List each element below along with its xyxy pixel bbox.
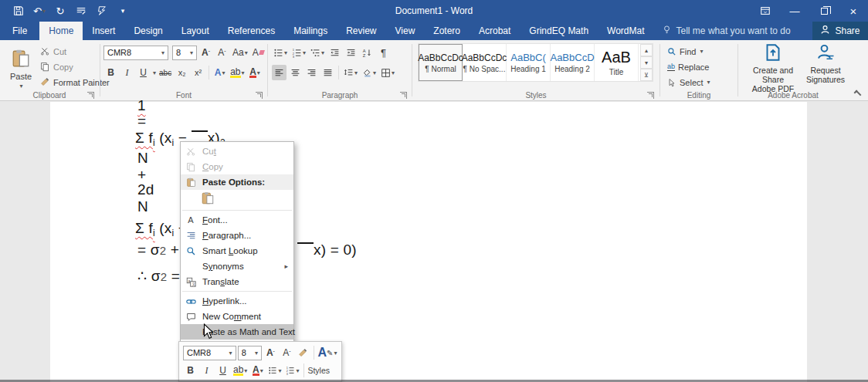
mini-styles-gallery-icon[interactable]: A✎▾ [317, 345, 337, 360]
minimize-icon[interactable]: — [780, 0, 809, 22]
menu-item-paragraph[interactable]: Paragraph... [181, 228, 293, 243]
mini-highlight-button[interactable]: ab▾ [232, 363, 249, 378]
menu-item-hyperlink[interactable]: Hyperlink... [181, 293, 293, 309]
undo-caret-icon[interactable]: ▾ [42, 8, 46, 15]
decrease-indent-button[interactable] [327, 45, 342, 60]
style-heading-2[interactable]: AaBbCcD Heading 2 [551, 44, 595, 81]
paragraph-dialog-launcher[interactable] [400, 92, 407, 99]
quick-action-icon[interactable] [96, 5, 108, 17]
find-button[interactable]: Find▾ [667, 45, 710, 58]
subscript-button[interactable]: x₂ [175, 65, 189, 80]
mini-font-name-combobox[interactable]: CMR8▾ [183, 346, 236, 360]
mini-italic-button[interactable]: I [199, 363, 214, 378]
menu-item-paste-as-math-and-text[interactable]: Paste as Math and Text [181, 324, 293, 340]
menu-item-smart-lookup[interactable]: Smart Lookup [181, 243, 293, 259]
tab-references[interactable]: References [219, 22, 284, 40]
bullets-button[interactable]: ▾ [272, 45, 289, 60]
align-right-button[interactable] [304, 65, 319, 80]
text-highlight-button[interactable]: ab▾ [229, 65, 246, 80]
menu-item-new-comment[interactable]: New Comment [181, 309, 293, 324]
mini-bullets-button[interactable]: ▾ [266, 363, 283, 378]
ribbon-display-options-icon[interactable] [751, 0, 780, 22]
line-spacing-button[interactable]: ▾ [342, 65, 359, 80]
grow-font-button[interactable]: Aˆ [198, 45, 213, 60]
menu-item-font[interactable]: A Font... [181, 212, 293, 228]
touch-mode-icon[interactable] [75, 5, 87, 17]
tab-design[interactable]: Design [124, 22, 171, 40]
tab-home[interactable]: Home [39, 22, 83, 40]
underline-caret-icon[interactable]: ▾ [153, 69, 156, 76]
bold-button[interactable]: B [103, 65, 118, 80]
mini-grow-font-button[interactable]: Aˆ [263, 345, 278, 360]
text-effects-button[interactable]: A▾ [212, 65, 227, 80]
style-title[interactable]: AaB Title [595, 44, 639, 81]
menu-item-synonyms[interactable]: Synonyms ▸ [181, 259, 293, 274]
sort-button[interactable] [360, 45, 375, 60]
shrink-font-button[interactable]: Aˇ [215, 45, 229, 60]
mini-bold-button[interactable]: B [183, 363, 198, 378]
shading-button[interactable]: ▾ [361, 65, 378, 80]
multilevel-list-button[interactable]: ▾ [309, 45, 326, 60]
paste-button[interactable]: Paste ▾ [5, 43, 37, 94]
align-center-button[interactable] [288, 65, 303, 80]
request-signatures-button[interactable]: RequestSignatures [805, 43, 846, 84]
mini-font-color-button[interactable]: A▾ [250, 363, 265, 378]
justify-button[interactable] [320, 65, 335, 80]
clear-formatting-button[interactable]: A [251, 45, 266, 60]
collapse-ribbon-icon[interactable] [854, 90, 862, 98]
tab-layout[interactable]: Layout [172, 22, 219, 40]
replace-button[interactable]: abReplace [667, 60, 710, 73]
menu-item-copy[interactable]: Copy [181, 159, 293, 174]
styles-dialog-launcher[interactable] [647, 92, 654, 99]
mini-font-size-combobox[interactable]: 8▾ [238, 346, 262, 360]
tab-mailings[interactable]: Mailings [284, 22, 337, 40]
restore-icon[interactable] [809, 0, 839, 22]
create-share-pdf-button[interactable]: Create and ShareAdobe PDF [742, 43, 804, 93]
style-normal[interactable]: AaBbCcDc ¶ Normal [419, 44, 463, 81]
font-size-combobox[interactable]: 8▾ [172, 46, 197, 60]
tab-file[interactable]: File [0, 22, 39, 40]
font-dialog-launcher[interactable] [256, 92, 263, 99]
clipboard-dialog-launcher[interactable] [87, 92, 94, 99]
save-icon[interactable] [12, 5, 25, 17]
superscript-button[interactable]: x² [191, 65, 205, 80]
undo-icon[interactable]: ↶▾ [33, 5, 46, 17]
tab-wordmat[interactable]: WordMat [598, 22, 653, 40]
show-hide-pilcrow-button[interactable]: ¶ [376, 45, 391, 60]
share-button[interactable]: Share [812, 22, 868, 40]
tab-zotero[interactable]: Zotero [424, 22, 470, 40]
styles-scroll-down-icon[interactable]: ▾ [640, 56, 653, 69]
style-heading-1[interactable]: AaBbC( Heading 1 [507, 44, 551, 81]
mini-styles-label[interactable]: Styles [307, 366, 330, 375]
tab-insert[interactable]: Insert [83, 22, 124, 40]
underline-button[interactable]: U [136, 65, 151, 80]
mini-underline-button[interactable]: U [215, 363, 230, 378]
menu-item-cut[interactable]: Cut [181, 144, 293, 159]
tell-me-box[interactable]: Tell me what you want to do [654, 22, 798, 40]
change-case-button[interactable]: Aa▾ [231, 45, 249, 60]
increase-indent-button[interactable] [344, 45, 358, 60]
mini-shrink-font-button[interactable]: Aˇ [280, 345, 294, 360]
align-left-button[interactable] [272, 65, 287, 80]
italic-button[interactable]: I [120, 65, 134, 80]
style-no-spacing[interactable]: AaBbCcDc ¶ No Spac... [463, 44, 507, 81]
numbering-button[interactable]: ▾ [290, 45, 307, 60]
paste-caret-icon[interactable]: ▾ [19, 83, 22, 90]
tab-review[interactable]: Review [337, 22, 385, 40]
tab-grindeq-math[interactable]: GrindEQ Math [520, 22, 598, 40]
redo-icon[interactable]: ↻ [54, 5, 66, 17]
select-button[interactable]: Select▾ [667, 76, 710, 89]
customize-qat-icon[interactable]: ▾ [117, 5, 129, 17]
paste-option-keep-source[interactable] [181, 190, 293, 208]
menu-item-translate[interactable]: Translate [181, 274, 293, 289]
font-color-button[interactable]: A▾ [248, 65, 263, 80]
tab-view[interactable]: View [386, 22, 425, 40]
mini-numbering-button[interactable]: ▾ [284, 363, 300, 378]
mini-format-painter-icon[interactable] [296, 345, 310, 360]
tab-acrobat[interactable]: Acrobat [470, 22, 520, 40]
strikethrough-button[interactable]: abc [158, 65, 173, 80]
styles-scroll-up-icon[interactable]: ▴ [640, 44, 653, 56]
close-icon[interactable]: × [839, 0, 868, 22]
borders-button[interactable]: ▾ [379, 65, 396, 80]
styles-more-icon[interactable]: ⊻ [640, 69, 653, 81]
